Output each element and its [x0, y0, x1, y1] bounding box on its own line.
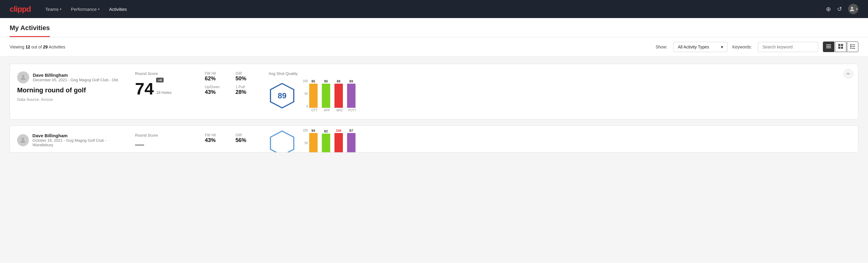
page-header: My Activities — [0, 18, 868, 37]
svg-rect-7 — [841, 47, 843, 49]
logo[interactable]: clippd — [10, 4, 31, 14]
hex-value: 89 — [278, 91, 287, 100]
bar-label-arg: ARG — [335, 109, 344, 112]
viewing-prefix: Viewing — [10, 45, 26, 49]
svg-marker-17 — [270, 131, 293, 152]
bar-app-bar — [322, 84, 330, 108]
nav-label-activities: Activities — [109, 7, 127, 12]
svg-rect-4 — [838, 44, 840, 46]
navbar: clippd Teams ▾ Performance ▾ Activities … — [0, 0, 868, 18]
filter-bar: Viewing 12 out of 29 Activities Show: Al… — [0, 37, 868, 57]
bar-putt: 87 — [347, 129, 355, 152]
card-info: Dave Billingham October 16, 2021 - Gog M… — [17, 133, 125, 145]
gir-stat: GIR 56% — [236, 133, 259, 144]
one-putt-value: 28% — [236, 89, 259, 95]
one-putt-label: 1 Putt — [236, 85, 259, 89]
y-label-0: 0 — [306, 105, 308, 108]
bar-putt-bar — [347, 84, 355, 108]
user-name: Dave Billingham — [33, 72, 118, 78]
viewing-text: Viewing 12 out of 29 Activities — [10, 45, 65, 49]
bar-ott-value: 85 — [312, 80, 315, 83]
y-label-50: 50 — [305, 92, 308, 95]
gir-stat: GIR 50% — [236, 71, 259, 82]
activity-type-value: All Activity Types — [678, 45, 709, 49]
nav-item-teams[interactable]: Teams ▾ — [45, 5, 61, 13]
viewing-middle: out of — [30, 45, 43, 49]
hex-quality: 89 — [269, 82, 296, 109]
bar-ott: 94 — [309, 129, 318, 152]
svg-rect-6 — [838, 47, 840, 49]
bar-putt: 89 — [347, 80, 355, 108]
view-toggle — [823, 41, 858, 52]
chevron-down-icon: ▾ — [721, 45, 723, 49]
bar-arg: 106 — [335, 129, 343, 152]
activity-card: ✏ Dave Billingham December 05, 2021 - Go… — [10, 64, 858, 119]
chevron-down-icon: ▾ — [98, 7, 99, 11]
viewing-suffix: Activities — [48, 45, 65, 49]
list-compact-button[interactable] — [823, 41, 834, 52]
score-badge: +4 — [156, 78, 164, 83]
chevron-down-icon: ▾ — [60, 7, 61, 11]
svg-point-0 — [851, 7, 853, 9]
svg-rect-10 — [850, 46, 851, 47]
one-putt-stat: 1 Putt 28% — [236, 85, 259, 95]
gir-value: 50% — [236, 76, 259, 82]
bar-app: 90 — [322, 80, 330, 108]
bar-label-ott: OTT — [310, 109, 318, 112]
svg-rect-2 — [826, 46, 831, 47]
bar-label-app: APP — [323, 109, 331, 112]
activities-list: ✏ Dave Billingham December 05, 2021 - Go… — [0, 57, 868, 166]
fw-hit-value: 43% — [205, 137, 228, 144]
nav-item-activities[interactable]: Activities — [109, 5, 127, 13]
edit-button[interactable]: ✏ — [844, 69, 853, 79]
svg-rect-9 — [852, 45, 855, 45]
gir-label: GIR — [236, 71, 259, 76]
stats-section: FW Hit 43% GIR 56% — [205, 133, 259, 145]
nav-item-performance[interactable]: Performance ▾ — [71, 5, 99, 13]
svg-rect-11 — [852, 46, 855, 47]
viewing-total: 29 — [43, 45, 48, 49]
user-avatar[interactable]: ▾ — [848, 4, 858, 14]
bar-arg: 89 — [335, 80, 343, 108]
svg-rect-1 — [826, 45, 831, 45]
activity-type-dropdown[interactable]: All Activity Types ▾ — [673, 42, 727, 52]
refresh-button[interactable]: ↺ — [837, 5, 842, 12]
activity-card: Dave Billingham October 16, 2021 - Gog M… — [10, 125, 858, 152]
round-score-section: Round Score 74 +4 18 Holes — [135, 71, 195, 112]
user-name: Dave Billingham — [32, 133, 125, 138]
holes-label: 18 Holes — [156, 90, 172, 95]
search-input[interactable] — [758, 42, 818, 52]
bar-putt-value: 89 — [349, 80, 353, 83]
svg-point-14 — [22, 75, 24, 77]
round-score-section: Round Score — [135, 133, 195, 145]
fw-hit-value: 62% — [205, 76, 228, 82]
show-label: Show: — [656, 45, 668, 49]
round-score-label: Round Score — [135, 133, 195, 138]
bar-ott: 85 — [309, 80, 318, 108]
hex-quality — [269, 130, 296, 153]
list-detail-button[interactable] — [847, 41, 858, 52]
avatar — [17, 134, 29, 146]
quality-label: Avg Shot Quality — [269, 71, 298, 76]
page-title: My Activities — [10, 18, 50, 37]
fw-hit-label: FW Hit — [205, 71, 228, 76]
svg-rect-13 — [852, 48, 855, 49]
viewing-count: 12 — [26, 45, 30, 49]
score-value: 74 — [135, 80, 154, 97]
fw-hit-stat: FW Hit 62% — [205, 71, 228, 82]
svg-rect-12 — [850, 48, 851, 49]
bar-ott-bar — [309, 84, 318, 108]
bar-arg-bar — [335, 84, 343, 108]
round-score-label: Round Score — [135, 71, 195, 76]
grid-view-button[interactable] — [835, 41, 846, 52]
nav-label-teams: Teams — [45, 7, 59, 12]
bar-chart-2: 100 50 0 94 82 — [303, 129, 355, 152]
svg-rect-5 — [841, 44, 843, 46]
gir-label: GIR — [236, 133, 259, 137]
card-info: Dave Billingham December 05, 2021 - Gog … — [17, 71, 125, 112]
keywords-label: Keywords: — [732, 45, 752, 49]
activity-date: October 16, 2021 - Gog Magog Golf Club -… — [32, 138, 125, 147]
avg-shot-quality-section: Avg Shot Quality 100 50 0 — [269, 133, 355, 145]
add-button[interactable]: ⊕ — [826, 5, 831, 12]
fw-hit-stat: FW Hit 43% — [205, 133, 228, 144]
